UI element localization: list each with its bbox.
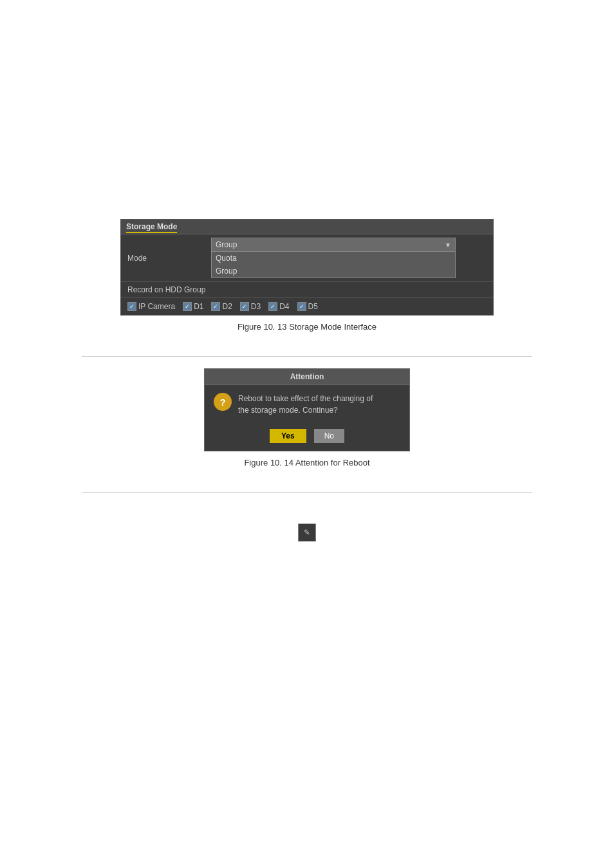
d4-checkbox-item[interactable]: ✓ D4 <box>268 302 289 311</box>
mode-selected-value[interactable]: Group ▼ <box>212 238 455 252</box>
dropdown-arrow-icon: ▼ <box>445 241 451 249</box>
hdd-group-row: Record on HDD Group <box>121 282 493 298</box>
figure-10-13-caption: Figure 10. 13 Storage Mode Interface <box>237 322 377 332</box>
attention-message-line2: the storage mode. Continue? <box>238 406 338 415</box>
d2-label: D2 <box>222 302 232 311</box>
figure-10-15-container: ✎ <box>82 524 532 542</box>
d2-checkbox-box[interactable]: ✓ <box>211 302 220 311</box>
small-edit-icon: ✎ <box>298 524 316 542</box>
storage-mode-panel: Storage Mode Mode Group ▼ Quota Group <box>120 219 494 316</box>
d1-checkbox-item[interactable]: ✓ D1 <box>183 302 203 311</box>
attention-buttons: Yes No <box>205 424 409 451</box>
camera-row: ✓ IP Camera ✓ D1 ✓ D2 ✓ D3 ✓ D4 <box>121 298 493 315</box>
edit-icon-symbol: ✎ <box>304 528 310 537</box>
yes-button[interactable]: Yes <box>270 429 306 443</box>
attention-title: Attention <box>290 372 324 381</box>
d5-label: D5 <box>308 302 318 311</box>
ip-camera-label: IP Camera <box>138 302 175 311</box>
dropdown-option-group[interactable]: Group <box>212 265 455 278</box>
divider-2 <box>82 492 532 493</box>
mode-current-value: Group <box>216 240 237 249</box>
attention-body: ? Reboot to take effect of the changing … <box>205 385 409 424</box>
no-button[interactable]: No <box>314 429 344 443</box>
d1-label: D1 <box>194 302 203 311</box>
d5-checkbox-box[interactable]: ✓ <box>297 302 306 311</box>
hdd-group-label: Record on HDD Group <box>127 285 211 294</box>
figure-10-14-container: Attention ? Reboot to take effect of the… <box>82 368 532 467</box>
storage-mode-title: Storage Mode <box>126 222 177 233</box>
dropdown-option-quota[interactable]: Quota <box>212 252 455 265</box>
attention-message-line1: Reboot to take effect of the changing of <box>238 394 373 403</box>
attention-title-bar: Attention <box>205 369 409 385</box>
d1-checkbox-box[interactable]: ✓ <box>183 302 192 311</box>
mode-row: Mode Group ▼ Quota Group <box>121 234 493 282</box>
divider-1 <box>82 356 532 357</box>
attention-dialog: Attention ? Reboot to take effect of the… <box>204 368 410 451</box>
mode-dropdown[interactable]: Group ▼ Quota Group <box>211 238 456 278</box>
figure-10-13-container: Storage Mode Mode Group ▼ Quota Group <box>82 219 532 332</box>
d3-checkbox-item[interactable]: ✓ D3 <box>240 302 261 311</box>
storage-mode-title-bar: Storage Mode <box>121 220 493 234</box>
d5-checkbox-item[interactable]: ✓ D5 <box>297 302 318 311</box>
mode-label: Mode <box>127 254 211 263</box>
figure-10-14-caption: Figure 10. 14 Attention for Reboot <box>244 458 369 467</box>
ip-camera-checkbox-box[interactable]: ✓ <box>127 302 136 311</box>
attention-icon: ? <box>214 393 232 411</box>
d4-label: D4 <box>279 302 289 311</box>
d3-label: D3 <box>251 302 261 311</box>
mode-select-area[interactable]: Group ▼ Quota Group <box>211 238 487 278</box>
d4-checkbox-box[interactable]: ✓ <box>268 302 277 311</box>
attention-message: Reboot to take effect of the changing of… <box>238 393 373 416</box>
d2-checkbox-item[interactable]: ✓ D2 <box>211 302 232 311</box>
d3-checkbox-box[interactable]: ✓ <box>240 302 249 311</box>
ip-camera-checkbox[interactable]: ✓ IP Camera <box>127 302 175 311</box>
